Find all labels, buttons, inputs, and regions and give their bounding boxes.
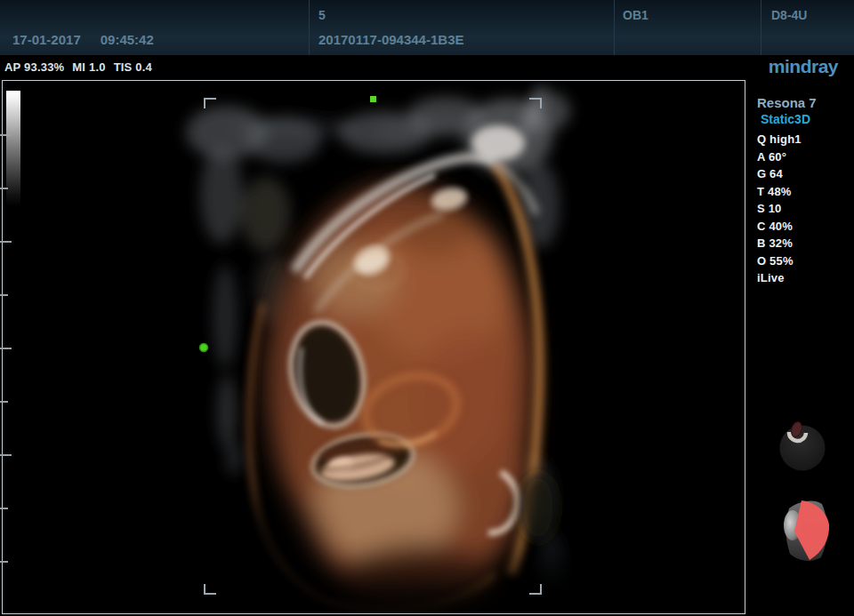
datetime-display: 17-01-201709:45:42 — [12, 32, 173, 47]
header-divider — [309, 0, 310, 55]
status-bar: AP 93.33%MI 1.0TIS 0.4 mindray — [0, 55, 854, 80]
mode-label: Static3D — [761, 112, 854, 126]
roi-corner-bottom-left[interactable] — [205, 584, 216, 594]
exam-id-label: 20170117-094344-1B3E — [318, 32, 463, 47]
ruler-tick — [0, 134, 12, 136]
param-threshold: T 48% — [757, 183, 854, 201]
grayscale-map-bar — [6, 91, 20, 206]
param-ilive: iLive — [757, 269, 854, 287]
header-divider — [614, 0, 615, 55]
param-brightness: B 32% — [757, 235, 854, 252]
ruler-tick — [0, 188, 8, 189]
parameter-sidebar: Resona 7 Static3D Q high1 A 60° G 64 T 4… — [745, 80, 854, 616]
mindray-logo: mindray — [769, 56, 838, 77]
date-label: 17-01-2017 — [12, 32, 81, 47]
ruler-tick — [0, 454, 12, 456]
ruler-tick — [0, 348, 12, 349]
ultrasound-screen: 17-01-201709:45:42 5 20170117-094344-1B3… — [0, 0, 854, 616]
preset-label: OB1 — [623, 8, 649, 22]
param-contrast: C 40% — [757, 218, 854, 236]
time-label: 09:45:42 — [101, 32, 154, 47]
ruler-tick — [0, 508, 8, 509]
ruler-tick — [0, 561, 8, 563]
ruler-tick — [0, 294, 8, 296]
param-opacity: O 55% — [757, 252, 854, 270]
ruler-tick — [0, 241, 12, 243]
probe-label: D8-4U — [771, 8, 807, 22]
mi-value: MI 1.0 — [72, 60, 105, 74]
param-smooth: S 10 — [757, 200, 854, 218]
header-divider — [761, 0, 761, 55]
param-quality: Q high1 — [757, 131, 854, 148]
ruler-tick — [0, 401, 8, 403]
param-angle: A 60° — [757, 148, 854, 166]
trackball-icon — [778, 421, 826, 471]
probe-orientation-icon — [782, 498, 832, 564]
header-bar: 17-01-201709:45:42 5 20170117-094344-1B3… — [0, 0, 854, 55]
exam-number-label: 5 — [318, 8, 326, 22]
param-gain: G 64 — [757, 165, 854, 183]
image-display-area[interactable] — [2, 80, 745, 614]
crescent-shadow — [519, 472, 558, 543]
square-green-marker[interactable] — [370, 96, 376, 102]
roi-corner-top-left[interactable] — [205, 99, 216, 108]
round-green-marker[interactable] — [200, 344, 208, 352]
volume-render-image[interactable] — [3, 81, 745, 613]
tis-value: TIS 0.4 — [114, 60, 152, 74]
system-name: Resona 7 — [757, 95, 854, 110]
ap-value: AP 93.33% — [4, 60, 64, 74]
acoustic-output-readout: AP 93.33%MI 1.0TIS 0.4 — [4, 60, 160, 74]
